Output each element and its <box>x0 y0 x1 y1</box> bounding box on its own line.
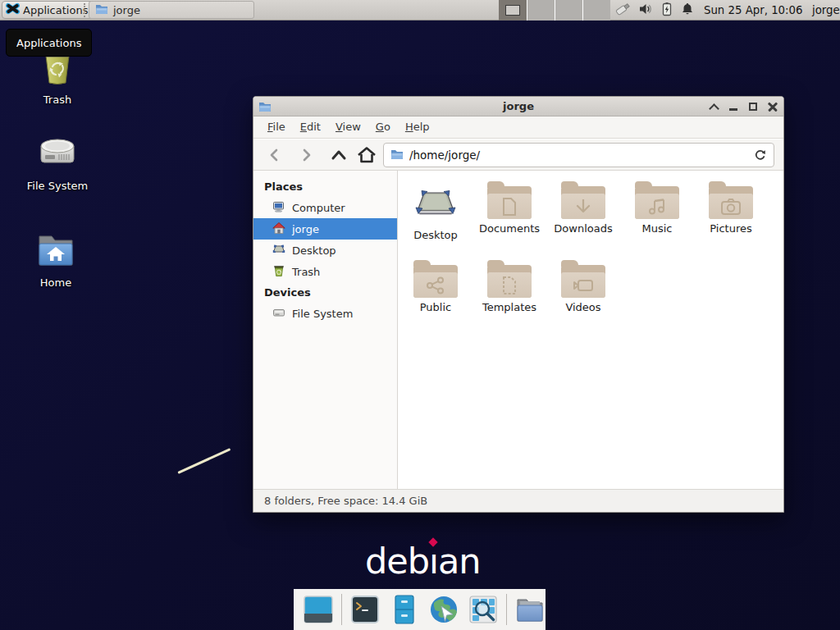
debian-logo-dot: ı <box>429 541 438 582</box>
file-item-templates[interactable]: Templates <box>472 257 546 336</box>
panel-clock[interactable]: Sun 25 Apr, 10:06 <box>704 0 802 21</box>
tooltip-text: Applications <box>16 37 81 49</box>
sidebar-item-file-system[interactable]: File System <box>253 303 397 324</box>
menu-file[interactable]: File <box>260 116 293 138</box>
location-input[interactable] <box>409 148 748 162</box>
file-item-documents[interactable]: Documents <box>472 178 546 257</box>
file-item-label: Videos <box>565 301 600 313</box>
file-item-pictures[interactable]: Pictures <box>694 178 768 257</box>
sidebar-item-jorge[interactable]: jorge <box>253 218 397 240</box>
file-item-label: Music <box>642 222 673 235</box>
workspace-window-preview <box>505 5 520 16</box>
debian-logo-text: an <box>438 541 481 582</box>
top-panel: Applications jorge <box>0 0 840 21</box>
volume-icon[interactable] <box>638 2 653 20</box>
file-pane: Desktop Documents <box>398 171 783 489</box>
panel-drag-handle[interactable] <box>84 3 86 17</box>
panel-username: jorge <box>812 0 840 21</box>
toolbar <box>253 139 783 171</box>
sidebar-item-trash[interactable]: Trash <box>253 261 397 282</box>
location-bar[interactable] <box>383 143 774 167</box>
workspace-3[interactable] <box>555 0 582 21</box>
notification-bell-icon[interactable] <box>681 2 694 20</box>
share-glyph <box>426 276 445 294</box>
applications-tooltip: Applications <box>6 29 92 57</box>
drive-mini-icon <box>272 306 285 322</box>
home-folder-icon <box>35 233 76 272</box>
workspace-1[interactable] <box>499 0 527 21</box>
applications-menu-button[interactable]: Applications <box>2 1 95 19</box>
desktop-icon-file-system[interactable]: File System <box>15 135 100 192</box>
desktop-mini-icon <box>272 243 285 258</box>
menu-edit[interactable]: Edit <box>293 116 328 138</box>
shade-button[interactable] <box>708 101 719 112</box>
applications-menu-label: Applications <box>23 4 88 16</box>
close-button[interactable] <box>767 101 778 112</box>
music-notes-glyph <box>647 198 667 216</box>
folder-icon-public <box>413 265 458 298</box>
forward-button[interactable] <box>294 144 317 167</box>
file-item-videos[interactable]: Videos <box>546 257 620 336</box>
file-item-public[interactable]: Public <box>399 257 472 336</box>
desktop-root: Applications jorge <box>0 0 840 630</box>
download-arrow-glyph <box>574 198 592 216</box>
terminal-launcher[interactable] <box>349 593 381 626</box>
file-item-label: Pictures <box>710 222 751 235</box>
up-button[interactable] <box>327 144 350 167</box>
folder-icon-pictures <box>709 186 753 219</box>
debian-logo-text: deb <box>365 541 429 582</box>
file-item-music[interactable]: Music <box>620 178 694 257</box>
taskbar-window-label: jorge <box>113 4 140 16</box>
directory-menu-launcher[interactable] <box>514 593 546 626</box>
show-desktop-button[interactable] <box>302 593 335 626</box>
hard-drive-icon <box>37 135 78 176</box>
file-item-desktop[interactable]: Desktop <box>399 178 472 257</box>
file-manager-window: jorge File Edit View Go Help <box>253 96 784 513</box>
document-glyph <box>500 197 518 217</box>
trash-mini-icon <box>272 264 285 280</box>
computer-icon <box>272 200 285 216</box>
dock-separator <box>506 594 507 625</box>
bottom-dock <box>294 589 546 630</box>
back-button[interactable] <box>263 144 286 167</box>
sidebar: Places Computer <box>253 171 398 489</box>
minimize-button[interactable] <box>728 101 739 112</box>
devices-header: Devices <box>253 282 397 303</box>
file-item-label: Public <box>420 301 451 313</box>
taskbar-window-button[interactable]: jorge <box>89 1 254 19</box>
app-finder-launcher[interactable] <box>467 593 500 626</box>
desktop-icon-label: Trash <box>43 94 71 106</box>
system-tray <box>615 2 694 18</box>
menu-help[interactable]: Help <box>398 116 437 138</box>
folder-icon <box>95 3 108 17</box>
menu-go[interactable]: Go <box>368 116 398 138</box>
workspace-switcher <box>499 0 610 21</box>
camera-glyph <box>720 198 742 216</box>
menu-view[interactable]: View <box>328 116 368 138</box>
sidebar-item-computer[interactable]: Computer <box>253 197 397 218</box>
dock-separator <box>341 594 342 625</box>
workspace-2[interactable] <box>527 0 555 21</box>
removable-media-icon[interactable] <box>615 2 631 20</box>
location-folder-icon <box>390 148 404 163</box>
reload-icon[interactable] <box>754 148 767 162</box>
sidebar-item-desktop[interactable]: Desktop <box>253 240 397 261</box>
window-titlebar[interactable]: jorge <box>253 97 783 116</box>
workspace-4[interactable] <box>582 0 610 21</box>
maximize-button[interactable] <box>747 101 759 112</box>
video-camera-glyph <box>573 277 594 294</box>
sidebar-item-label: Computer <box>292 202 345 214</box>
sidebar-item-label: jorge <box>292 223 319 235</box>
folder-icon-videos <box>561 265 605 298</box>
file-item-downloads[interactable]: Downloads <box>546 178 620 257</box>
file-manager-launcher[interactable] <box>388 593 421 626</box>
folder-icon-downloads <box>561 186 605 219</box>
places-header: Places <box>253 176 397 197</box>
web-browser-launcher[interactable] <box>427 593 460 626</box>
home-button[interactable] <box>355 144 378 167</box>
window-title: jorge <box>253 97 783 116</box>
desktop-icon-label: Home <box>40 276 71 289</box>
battery-icon[interactable] <box>660 2 673 20</box>
menu-bar: File Edit View Go Help <box>253 116 783 139</box>
desktop-icon-home[interactable]: Home <box>13 233 98 289</box>
